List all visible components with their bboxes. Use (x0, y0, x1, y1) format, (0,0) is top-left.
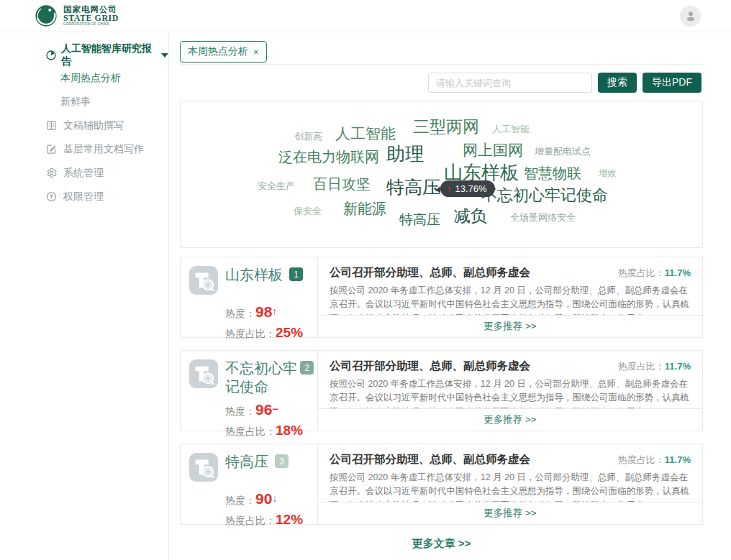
article-share: 热度占比：11.7% (611, 265, 691, 280)
word-cloud-word[interactable]: 人工智能 (335, 126, 396, 141)
trend-tooltip: ↑ 13.76% (440, 180, 495, 197)
heat-row: 热度：90↓ (225, 488, 317, 510)
heat-value: 98 (255, 303, 272, 320)
article-title[interactable]: 公司召开部分助理、总师、副总师务虚会 (330, 359, 530, 374)
word-cloud-word[interactable]: 三型两网 (413, 119, 479, 135)
word-cloud-word[interactable]: 不忘初心牢记使命 (481, 188, 608, 203)
hotspot-summary-panel: 不忘初心牢记使命 2 热度：96− 热度占比：18% (181, 351, 317, 431)
word-cloud-word[interactable]: 特高压 (399, 213, 440, 226)
image-placeholder-icon (189, 359, 219, 389)
word-cloud-word[interactable]: 助理 (386, 144, 424, 163)
share-value: 12% (276, 512, 303, 527)
sidebar-item-news[interactable]: 新鲜事 (0, 90, 168, 114)
sidebar-item-weekly-hotspot[interactable]: 本周热点分析 (0, 66, 168, 90)
sidebar-item-doc-writing[interactable]: 基层常用文档写作 (0, 137, 168, 161)
word-cloud-word[interactable]: 减负 (454, 208, 487, 224)
lock-icon (45, 191, 58, 203)
word-cloud-word[interactable]: 保安全 (294, 206, 322, 216)
heat-label: 热度： (225, 308, 255, 319)
person-icon (683, 8, 699, 24)
sidebar-item-ai-report-group[interactable]: 人工智能智库研究报告 (0, 45, 168, 66)
heat-share-row: 热度占比：18% (225, 421, 317, 441)
search-toolbar: 搜索 导出PDF (180, 65, 703, 101)
more-recommend-link[interactable]: 更多推荐 >> (318, 315, 702, 337)
hotspot-summary-panel: 山东样板 1 热度：98↑ 热度占比：25% (181, 257, 317, 337)
word-cloud-word[interactable]: 全场景网络安全 (510, 213, 576, 222)
article-title[interactable]: 公司召开部分助理、总师、副总师务虚会 (330, 265, 530, 280)
sidebar-item-label: 文稿辅助撰写 (63, 119, 124, 132)
article-share-value: 11.7% (665, 454, 691, 465)
share-value: 18% (276, 423, 303, 438)
heat-share-row: 热度占比：25% (225, 323, 317, 343)
close-icon[interactable]: × (253, 47, 259, 57)
search-button[interactable]: 搜索 (598, 73, 637, 93)
trend-up-icon: ↑ (272, 306, 277, 317)
word-cloud-word[interactable]: 特高压 (386, 178, 440, 196)
share-value: 25% (276, 325, 303, 340)
word-cloud-word[interactable]: 增效 (599, 169, 616, 178)
hotspot-card: 山东样板 1 热度：98↑ 热度占比：25% 公司召开部分助理、总师、副总师务虚… (180, 257, 703, 338)
more-recommend-link[interactable]: 更多推荐 >> (318, 502, 702, 524)
user-avatar[interactable] (680, 6, 701, 27)
trend-down-icon: ↓ (272, 492, 277, 504)
word-cloud-word[interactable]: 安全生产 (258, 181, 295, 191)
rank-badge: 1 (289, 267, 303, 281)
word-cloud-word[interactable]: 创新高 (294, 132, 322, 141)
word-cloud-word[interactable]: 山东样板 (444, 163, 519, 182)
hotspot-card: 不忘初心牢记使命 2 热度：96− 热度占比：18% 公司召开部分助理、总师、副… (180, 350, 703, 431)
sidebar-item-label: 权限管理 (63, 191, 104, 203)
rank-badge: 2 (300, 361, 314, 375)
heat-label: 热度： (225, 495, 255, 506)
word-cloud-word[interactable]: 增量配电试点 (535, 147, 591, 156)
article-share-value: 11.7% (665, 267, 691, 278)
share-label: 热度占比： (225, 426, 276, 437)
word-cloud-word[interactable]: 新能源 (343, 201, 386, 216)
sidebar-item-permissions[interactable]: 权限管理 (0, 185, 168, 208)
article-panel: 公司召开部分助理、总师、副总师务虚会 热度占比：11.7% 按照公司 2020 … (317, 257, 702, 337)
trend-flat-icon: − (272, 403, 278, 415)
state-grid-logo: 国家电网公司 STATE GRID CORPORATION OF CHINA (34, 4, 119, 28)
word-cloud-word[interactable]: 网上国网 (463, 142, 523, 157)
word-cloud-word[interactable]: 百日攻坚 (313, 177, 371, 191)
article-panel: 公司召开部分助理、总师、副总师务虚会 热度占比：11.7% 按照公司 2020 … (317, 351, 702, 431)
word-cloud-word[interactable]: 人工智能 (492, 124, 530, 134)
keyword-title: 不忘初心牢记使命 (225, 359, 304, 396)
article-panel: 公司召开部分助理、总师、副总师务虚会 热度占比：11.7% 按照公司 2020 … (317, 444, 702, 524)
heat-label: 热度： (225, 405, 255, 417)
tab-weekly-hotspot[interactable]: 本周热点分析 × (180, 41, 267, 63)
sidebar-group-label: 人工智能智库研究报告 (61, 42, 154, 68)
export-pdf-button[interactable]: 导出PDF (643, 73, 702, 93)
article-summary: 按照公司 2020 年务虚工作总体安排，12 月 20 日，公司部分助理、总师、… (318, 467, 702, 502)
article-share-label: 热度占比： (618, 267, 665, 278)
logo-caption: CORPORATION OF CHINA (63, 23, 119, 27)
article-share: 热度占比：11.7% (611, 452, 691, 467)
trend-tooltip-value: 13.76% (455, 183, 487, 194)
more-recommend-link[interactable]: 更多推荐 >> (318, 408, 702, 431)
hotspot-summary-panel: 特高压 3 热度：90↓ 热度占比：12% (181, 444, 317, 524)
rank-badge: 3 (275, 454, 289, 468)
more-articles-link[interactable]: 更多文章 >> (180, 537, 703, 551)
compose-icon (45, 143, 58, 155)
heat-share-row: 热度占比：12% (225, 510, 317, 530)
pie-chart-icon (45, 50, 57, 61)
state-grid-emblem-icon (34, 4, 58, 28)
sidebar-item-draft-assist[interactable]: 文稿辅助撰写 (0, 114, 168, 137)
article-share-label: 热度占比： (618, 454, 665, 465)
article-share: 热度占比：11.7% (611, 359, 691, 374)
tab-bar: 本周热点分析 × (180, 32, 703, 65)
image-placeholder-icon (189, 452, 219, 482)
sidebar: 人工智能智库研究报告 本周热点分析 新鲜事 文稿辅助撰写 (0, 32, 169, 560)
chevron-down-icon (161, 53, 168, 58)
document-icon (45, 119, 58, 132)
app-header: 国家电网公司 STATE GRID CORPORATION OF CHINA (0, 0, 731, 32)
article-title[interactable]: 公司召开部分助理、总师、副总师务虚会 (330, 452, 530, 467)
article-share-value: 11.7% (665, 361, 691, 372)
share-label: 热度占比： (225, 515, 276, 526)
gear-icon (45, 167, 58, 179)
search-input[interactable] (428, 73, 592, 93)
main-content: 本周热点分析 × 搜索 导出PDF 创新高人工智能三型两网人工智能泛在电力物联网… (169, 32, 703, 560)
keyword-title: 特高压 (225, 452, 306, 482)
word-cloud-word[interactable]: 泛在电力物联网 (278, 150, 379, 164)
sidebar-item-system-admin[interactable]: 系统管理 (0, 161, 168, 185)
word-cloud-word[interactable]: 智慧物联 (524, 166, 581, 180)
